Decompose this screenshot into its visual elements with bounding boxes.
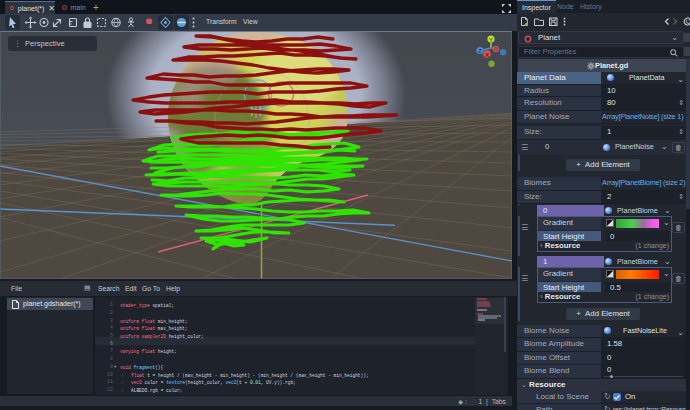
svg-text:Y: Y xyxy=(489,37,493,43)
svg-text:Z: Z xyxy=(478,48,482,54)
svg-text:X: X xyxy=(485,52,489,58)
